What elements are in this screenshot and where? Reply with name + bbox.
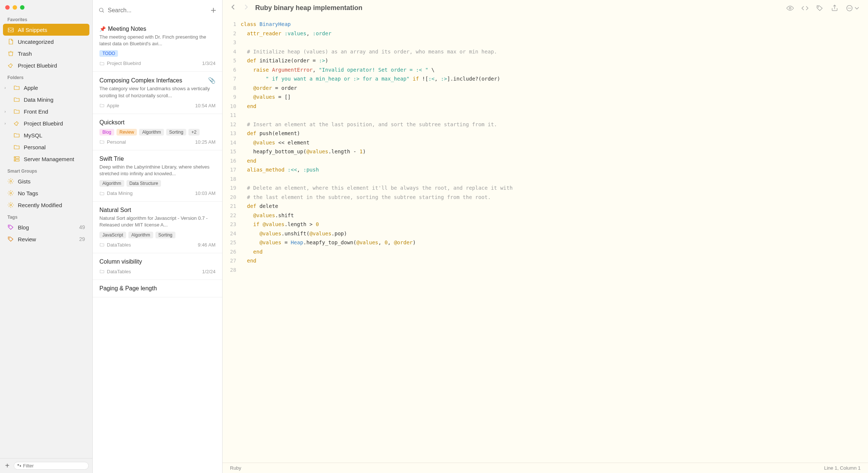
svg-point-6 [10, 204, 12, 206]
snippet-folder: DataTables [99, 269, 131, 274]
filter-input[interactable] [23, 463, 85, 469]
tag-pill[interactable]: Blog [99, 129, 114, 136]
snippet-item[interactable]: Natural SortNatural Sort algorithm for J… [93, 202, 222, 253]
sidebar-folder-item[interactable]: ›Front End [3, 105, 89, 117]
snippet-item[interactable]: Swift TrieDeep within the Labyrinthine L… [93, 150, 222, 202]
snippet-folder: DataTables [99, 242, 131, 248]
snippet-folder: Personal [99, 139, 126, 145]
sidebar-item-label: Data Mining [24, 97, 53, 103]
code-editor[interactable]: 1234567891011121314151617181920212223242… [223, 16, 868, 463]
sidebar-folder-item[interactable]: Server Management [3, 153, 89, 165]
sidebar-favorite-item[interactable]: Project Bluebird [3, 59, 89, 71]
document-title: Ruby binary heap implementation [255, 4, 780, 12]
language-indicator[interactable]: Ruby [230, 465, 241, 471]
sidebar: Favorites All SnippetsUncategorizedTrash… [0, 0, 93, 473]
tag-button[interactable] [816, 4, 823, 12]
snippet-excerpt: Natural Sort algorithm for Javascript - … [99, 215, 216, 228]
tag-pill[interactable]: Algorithm [128, 232, 153, 238]
snippet-date: 9:46 AM [198, 242, 216, 248]
chevron-right-icon[interactable]: › [4, 121, 9, 125]
sidebar-folder-item[interactable]: ›Project Bluebird [3, 117, 89, 129]
snippet-date: 10:25 AM [195, 139, 216, 145]
sidebar-tag-item[interactable]: Blog49 [3, 221, 89, 233]
add-button[interactable]: + [4, 461, 11, 470]
sidebar-folder-item[interactable]: ›Apple [3, 82, 89, 94]
snippet-excerpt: The category view for Landmarks shows a … [99, 85, 216, 99]
editor-panel: Ruby binary heap implementation 12345678… [223, 0, 868, 473]
sidebar-favorite-item[interactable]: Uncategorized [3, 36, 89, 48]
svg-line-14 [102, 11, 103, 12]
snippet-excerpt: The meeting opened with Dr. Finch presen… [99, 34, 216, 47]
snippet-item[interactable]: Column visibilityDataTables1/2/24 [93, 253, 222, 280]
tag-pill[interactable]: Data Structure [126, 180, 161, 187]
folder-icon [13, 156, 20, 162]
sidebar-folder-item[interactable]: Data Mining [3, 94, 89, 105]
new-snippet-button[interactable]: + [211, 4, 216, 16]
sidebar-favorite-item[interactable]: Trash [3, 48, 89, 59]
tag-pill[interactable]: Algorithm [99, 180, 124, 187]
more-button[interactable] [846, 4, 861, 12]
snippet-item[interactable]: Paging & Page length [93, 280, 222, 297]
bird-icon [7, 62, 14, 69]
sidebar-item-label: All Snippets [18, 27, 47, 33]
folder-icon [13, 108, 20, 115]
sidebar-item-label: Gists [18, 178, 30, 185]
svg-point-19 [848, 8, 848, 8]
tag-pill[interactable]: +2 [188, 129, 200, 136]
sidebar-tag-item[interactable]: Review29 [3, 233, 89, 245]
code-content[interactable]: class BinaryHeap attr_reader :values, :o… [241, 16, 520, 463]
tag-pill[interactable]: JavaScript [99, 232, 126, 238]
code-button[interactable] [801, 4, 809, 12]
gear-icon [7, 202, 14, 208]
svg-point-3 [15, 160, 16, 161]
attachment-icon: 📎 [208, 77, 216, 84]
folder-icon [13, 120, 20, 127]
sidebar-smart-item[interactable]: No Tags [3, 187, 89, 199]
sidebar-smart-item[interactable]: Gists [3, 175, 89, 187]
back-button[interactable] [230, 4, 237, 12]
snippet-title: Paging & Page length [99, 285, 157, 292]
snippet-item[interactable]: QuicksortBlogReviewAlgorithmSorting+2Per… [93, 114, 222, 150]
trash-icon [7, 50, 14, 57]
svg-point-2 [15, 157, 16, 158]
sidebar-item-label: Server Management [24, 156, 74, 162]
close-window-button[interactable] [5, 5, 10, 10]
folder-icon [13, 96, 20, 103]
minimize-window-button[interactable] [13, 5, 17, 10]
svg-point-20 [849, 8, 850, 8]
snippet-item[interactable]: 📌Meeting NotesThe meeting opened with Dr… [93, 20, 222, 72]
sidebar-folder-item[interactable]: MySQL [3, 129, 89, 141]
svg-point-15 [789, 7, 791, 9]
chevron-right-icon[interactable]: › [4, 109, 9, 114]
svg-point-4 [10, 180, 12, 182]
tag-pill[interactable]: Review [116, 129, 137, 136]
sidebar-item-label: Recently Modified [18, 202, 62, 208]
sidebar-item-label: Uncategorized [18, 39, 54, 45]
tag-pill[interactable]: Sorting [155, 232, 175, 238]
tag-pill[interactable]: Algorithm [139, 129, 164, 136]
snippet-date: 1/3/24 [202, 61, 216, 66]
share-button[interactable] [831, 4, 838, 12]
svg-point-7 [9, 226, 10, 226]
preview-button[interactable] [786, 4, 794, 12]
snippet-folder: Project Bluebird [99, 61, 141, 66]
maximize-window-button[interactable] [20, 5, 24, 10]
gear-icon [7, 178, 14, 185]
folder-icon [13, 132, 20, 138]
filter-field[interactable] [14, 462, 89, 470]
forward-button[interactable] [243, 4, 249, 12]
gear-icon [7, 190, 14, 196]
cursor-position: Line 1, Column 1 [824, 465, 861, 471]
tag-pill[interactable]: Sorting [166, 129, 186, 136]
sidebar-item-label: Personal [24, 144, 46, 150]
sidebar-folder-item[interactable]: Personal [3, 141, 89, 153]
snippet-item[interactable]: Composing Complex Interfaces📎The categor… [93, 72, 222, 114]
snippet-title: Natural Sort [99, 207, 131, 213]
snippet-list-panel: + 📌Meeting NotesThe meeting opened with … [93, 0, 223, 473]
sidebar-smart-item[interactable]: Recently Modified [3, 199, 89, 211]
sidebar-favorite-item[interactable]: All Snippets [3, 24, 89, 36]
tag-pill[interactable]: TODO [99, 50, 118, 57]
snippet-folder: Apple [99, 103, 119, 108]
chevron-right-icon[interactable]: › [4, 85, 9, 90]
search-input[interactable] [108, 7, 207, 14]
